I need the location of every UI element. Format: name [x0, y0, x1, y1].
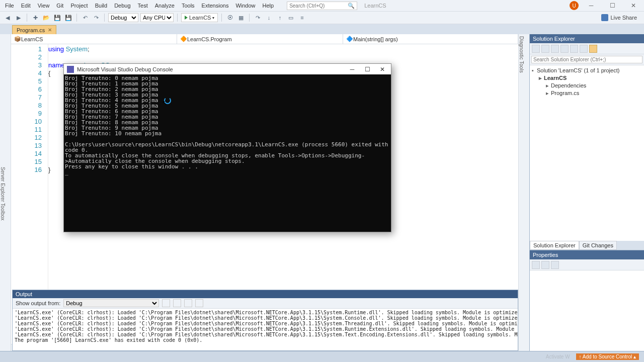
- props-btn[interactable]: [551, 261, 559, 269]
- step-into-button[interactable]: ↓: [264, 13, 273, 22]
- menu-file[interactable]: File: [2, 2, 17, 10]
- refresh-button[interactable]: [551, 45, 559, 53]
- menu-project[interactable]: Project: [67, 2, 91, 10]
- nav-back-button[interactable]: ◀: [3, 13, 12, 22]
- solution-search-input[interactable]: [531, 56, 642, 63]
- menu-view[interactable]: View: [35, 2, 53, 10]
- solution-tree[interactable]: ▪Solution 'LearnCS' (1 of 1 project) ▸Le…: [530, 65, 644, 241]
- collapse-all-button[interactable]: [560, 45, 569, 53]
- config-dropdown[interactable]: Debug: [108, 13, 138, 22]
- window-close-button[interactable]: ✕: [625, 2, 642, 9]
- file-node[interactable]: ▸Program.cs: [532, 89, 642, 97]
- tab-git-changes[interactable]: Git Changes: [579, 241, 617, 250]
- show-all-files-button[interactable]: [570, 45, 578, 53]
- live-share-label: Live Share: [610, 15, 637, 21]
- editor-nav-bar: 📦 LearnCS 🔶 LearnCS.Program 🔷 Main(strin…: [11, 34, 518, 44]
- output-btn-3[interactable]: [184, 299, 192, 307]
- start-debugging-button[interactable]: LearnCS ▾: [181, 13, 218, 22]
- output-text[interactable]: 'LearnCS.exe' (CoreCLR: clrhost): Loaded…: [13, 309, 518, 350]
- solution-toolbar: [530, 43, 644, 54]
- output-btn-1[interactable]: [162, 299, 170, 307]
- menu-edit[interactable]: Edit: [18, 2, 34, 10]
- menu-build[interactable]: Build: [92, 2, 110, 10]
- tab-close-icon[interactable]: ✕: [48, 27, 52, 33]
- console-app-icon: [67, 66, 74, 73]
- console-title: Microsoft Visual Studio Debug Console: [77, 66, 173, 72]
- solution-explorer-header: Solution Explorer: [530, 34, 644, 43]
- nav-class-dropdown[interactable]: 🔶 LearnCS.Program: [177, 34, 343, 44]
- tab-program-cs[interactable]: Program.cs ✕: [12, 25, 56, 34]
- live-share-icon: [601, 14, 608, 21]
- menu-tools[interactable]: Tools: [179, 2, 198, 10]
- output-btn-2[interactable]: [173, 299, 181, 307]
- properties-toolbar: [530, 259, 644, 270]
- right-tool-rail[interactable]: Diagnostic Tools: [518, 34, 529, 351]
- open-button[interactable]: 📂: [42, 13, 51, 22]
- step-out-button[interactable]: ↑: [275, 13, 284, 22]
- debug-console-window[interactable]: Microsoft Visual Studio Debug Console ─ …: [63, 63, 391, 232]
- toolbar-btn-4[interactable]: ≡: [297, 13, 306, 22]
- menu-analyze[interactable]: Analyze: [152, 2, 178, 10]
- output-btn-4[interactable]: [195, 299, 203, 307]
- main-menu: File Edit View Git Project Build Debug T…: [2, 2, 277, 10]
- save-button[interactable]: 💾: [53, 13, 62, 22]
- alphabetical-button[interactable]: [541, 261, 549, 269]
- chevron-down-icon: ▾: [212, 16, 214, 20]
- toolbar-btn-2[interactable]: ▦: [236, 13, 246, 22]
- menu-debug[interactable]: Debug: [111, 2, 133, 10]
- project-node[interactable]: ▸LearnCS: [532, 74, 642, 82]
- left-tool-rail[interactable]: Server Explorer Toolbox: [0, 34, 11, 351]
- window-maximize-button[interactable]: ☐: [604, 2, 621, 9]
- start-target-label: LearnCS: [189, 15, 211, 21]
- tab-label: Program.cs: [17, 27, 45, 33]
- output-pane: Output Show output from: Debug 'LearnCS.…: [12, 290, 518, 351]
- quick-launch[interactable]: 🔍: [287, 2, 357, 10]
- menu-window[interactable]: Window: [232, 2, 258, 10]
- menu-help[interactable]: Help: [260, 2, 277, 10]
- categorized-button[interactable]: [532, 261, 540, 269]
- add-source-control-button[interactable]: ↑ Add to Source Control ▴: [576, 353, 639, 360]
- output-header: Output: [13, 290, 518, 298]
- tab-solution-explorer[interactable]: Solution Explorer: [530, 241, 579, 250]
- preview-button[interactable]: [589, 45, 597, 53]
- menu-git[interactable]: Git: [53, 2, 66, 10]
- solution-search[interactable]: [530, 54, 644, 65]
- nav-project-dropdown[interactable]: 📦 LearnCS: [11, 34, 177, 44]
- output-source-label: Show output from:: [16, 300, 60, 306]
- activate-windows-text: Activate W: [546, 354, 570, 359]
- redo-button[interactable]: ↷: [92, 13, 101, 22]
- output-source-dropdown[interactable]: Debug: [63, 299, 159, 307]
- play-icon: [185, 16, 188, 20]
- console-minimize-button[interactable]: ─: [345, 66, 360, 73]
- platform-dropdown[interactable]: Any CPU: [140, 13, 174, 22]
- menu-test[interactable]: Test: [135, 2, 151, 10]
- solution-node[interactable]: ▪Solution 'LearnCS' (1 of 1 project): [532, 67, 642, 74]
- console-maximize-button[interactable]: ☐: [360, 66, 375, 73]
- toolbar-btn-1[interactable]: ⦿: [225, 13, 234, 22]
- search-input[interactable]: [289, 3, 348, 9]
- nav-forward-button[interactable]: ▶: [14, 13, 23, 22]
- menu-extensions[interactable]: Extensions: [199, 2, 232, 10]
- console-titlebar[interactable]: Microsoft Visual Studio Debug Console ─ …: [63, 63, 391, 74]
- home-button[interactable]: [532, 45, 540, 53]
- properties-pane: Properties: [530, 250, 644, 351]
- save-all-button[interactable]: 💾: [64, 13, 73, 22]
- undo-button[interactable]: ↶: [80, 13, 90, 22]
- new-project-button[interactable]: ✚: [31, 13, 40, 22]
- nav-member-dropdown[interactable]: 🔷 Main(string[] args): [343, 34, 518, 44]
- properties-grid[interactable]: [530, 270, 644, 351]
- properties-header: Properties: [530, 250, 644, 259]
- search-icon: 🔍: [348, 3, 355, 9]
- console-close-button[interactable]: ✕: [375, 66, 390, 73]
- console-output[interactable]: Broj Trenutno: 0 nemam pojma Broj Trenut…: [63, 74, 391, 232]
- properties-button[interactable]: [580, 45, 588, 53]
- window-minimize-button[interactable]: ─: [583, 2, 600, 9]
- dependencies-node[interactable]: ▸Dependencies: [532, 82, 642, 89]
- toolbar-btn-3[interactable]: ▭: [286, 13, 295, 22]
- standard-toolbar: ◀ ▶ ✚ 📂 💾 💾 ↶ ↷ Debug Any CPU LearnCS ▾ …: [0, 11, 644, 24]
- live-share-button[interactable]: Live Share: [597, 14, 641, 21]
- sync-button[interactable]: [541, 45, 549, 53]
- user-avatar[interactable]: U: [570, 1, 579, 10]
- mouse-pointer-icon: ↖: [162, 99, 168, 107]
- step-over-button[interactable]: ↷: [253, 13, 262, 22]
